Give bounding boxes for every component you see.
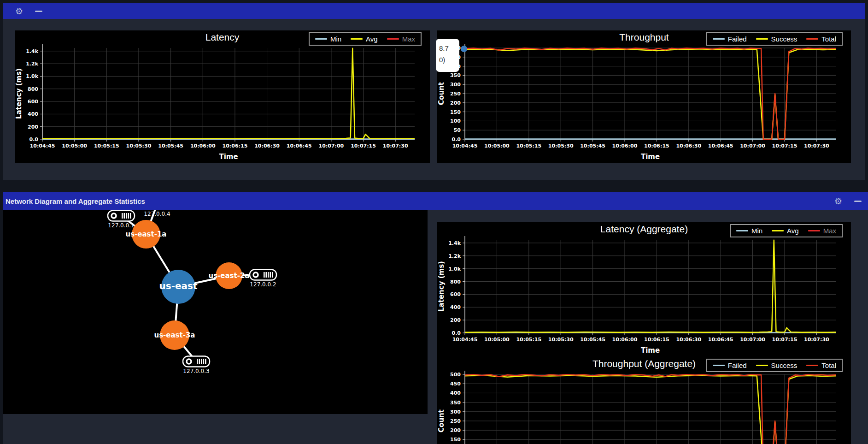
network-diagram-canvas: 127.0.0.1127.0.0.4127.0.0.2127.0.0.3us-e… <box>3 192 428 414</box>
svg-text:1.2k: 1.2k <box>448 253 461 259</box>
legend-item-failed[interactable]: Failed <box>713 35 747 43</box>
svg-text:250: 250 <box>450 91 461 97</box>
svg-text:10:07:30: 10:07:30 <box>383 143 408 149</box>
svg-text:10:07:00: 10:07:00 <box>740 143 765 149</box>
legend-item-max[interactable]: Max <box>387 35 415 43</box>
svg-text:10:05:00: 10:05:00 <box>484 143 510 149</box>
svg-text:Count: Count <box>437 409 446 432</box>
metrics-panel-header: ⚙ <box>3 3 865 19</box>
legend-line-swatch <box>808 230 820 231</box>
legend-item-avg[interactable]: Avg <box>772 227 799 235</box>
svg-text:10:06:00: 10:06:00 <box>612 143 638 149</box>
legend-item-min[interactable]: Min <box>736 227 762 235</box>
minimize-icon[interactable] <box>35 11 42 12</box>
legend-label: Total <box>821 361 836 369</box>
metrics-panel: ⚙ Latency MinAvgMax 10:04:4510:05:0010:0… <box>3 3 865 180</box>
node-label: us-east-2a <box>208 272 249 280</box>
panel-title: Network Diagram and Aggregate Statistics <box>6 197 145 205</box>
legend-line-swatch <box>351 38 363 40</box>
network-panel: Network Diagram and Aggregate Statistics… <box>3 192 868 444</box>
svg-text:10:06:15: 10:06:15 <box>223 143 248 149</box>
diagram-node-us-east-2a[interactable]: us-east-2a <box>208 262 249 289</box>
node-label: us-east-1a <box>125 230 166 238</box>
legend-line-swatch <box>772 230 784 231</box>
diagram-node-us-east[interactable]: us-east <box>159 270 198 304</box>
legend-item-avg[interactable]: Avg <box>351 35 378 43</box>
svg-text:Time: Time <box>641 153 660 161</box>
svg-text:10:05:45: 10:05:45 <box>158 143 183 149</box>
tooltip-line: 8.7 <box>439 42 459 54</box>
chart-legend: FailedSuccessTotal <box>706 32 843 46</box>
svg-text:10:07:30: 10:07:30 <box>804 337 829 343</box>
network-panel-header: Network Diagram and Aggregate Statistics… <box>3 192 868 210</box>
svg-text:Latency (ms): Latency (ms) <box>437 261 446 312</box>
svg-text:10:06:45: 10:06:45 <box>708 337 733 343</box>
legend-item-success[interactable]: Success <box>756 35 798 43</box>
svg-text:10:05:30: 10:05:30 <box>126 143 152 149</box>
diagram-node-us-east-3a[interactable]: us-east-3a <box>154 320 195 350</box>
svg-text:200: 200 <box>450 427 461 433</box>
legend-label: Total <box>821 35 836 43</box>
gear-icon[interactable]: ⚙ <box>834 197 842 206</box>
legend-line-swatch <box>756 365 768 366</box>
server-icon[interactable]: 127.0.0.1 <box>108 211 135 229</box>
svg-text:10:06:15: 10:06:15 <box>644 143 669 149</box>
svg-text:200: 200 <box>450 100 461 106</box>
legend-label: Failed <box>728 35 747 43</box>
svg-text:1.0k: 1.0k <box>26 73 38 79</box>
legend-line-swatch <box>387 38 399 40</box>
svg-text:10:05:30: 10:05:30 <box>548 337 574 343</box>
throughput-aggregate-chart-card: Throughput (Aggregate) FailedSuccessTota… <box>437 357 851 444</box>
svg-text:1.4k: 1.4k <box>26 48 38 54</box>
svg-text:350: 350 <box>450 72 461 78</box>
svg-text:10:06:45: 10:06:45 <box>287 143 312 149</box>
legend-item-total[interactable]: Total <box>806 35 836 43</box>
svg-text:10:05:15: 10:05:15 <box>94 143 119 149</box>
svg-text:10:07:00: 10:07:00 <box>740 337 765 343</box>
network-diagram[interactable]: 127.0.0.1127.0.0.4127.0.0.2127.0.0.3us-e… <box>3 192 428 414</box>
svg-text:400: 400 <box>450 304 461 310</box>
legend-label: Min <box>330 35 341 43</box>
server-icon[interactable]: 127.0.0.2 <box>250 270 276 288</box>
legend-item-min[interactable]: Min <box>315 35 341 43</box>
chart-legend: FailedSuccessTotal <box>706 359 843 372</box>
svg-text:10:05:15: 10:05:15 <box>516 337 541 343</box>
data-point-marker[interactable] <box>461 46 467 52</box>
svg-text:10:05:15: 10:05:15 <box>516 143 541 149</box>
svg-text:10:06:45: 10:06:45 <box>708 143 733 149</box>
latency-aggregate-chart-canvas[interactable]: 10:04:4510:05:0010:05:1510:05:3010:05:45… <box>437 222 851 357</box>
svg-text:10:06:00: 10:06:00 <box>190 143 216 149</box>
legend-line-swatch <box>713 38 725 40</box>
svg-text:200: 200 <box>28 124 38 130</box>
legend-item-success[interactable]: Success <box>756 361 798 369</box>
legend-label: Min <box>751 227 762 235</box>
legend-item-total[interactable]: Total <box>806 361 836 369</box>
server-icon[interactable]: 127.0.0.3 <box>183 356 210 375</box>
throughput-chart-canvas[interactable]: 10:04:4510:05:0010:05:1510:05:3010:05:45… <box>437 30 851 163</box>
gear-icon[interactable]: ⚙ <box>15 7 23 16</box>
chart-legend: MinAvgMax <box>730 224 843 237</box>
legend-item-failed[interactable]: Failed <box>713 361 747 369</box>
chart-legend: MinAvgMax <box>309 32 422 46</box>
legend-item-max[interactable]: Max <box>808 227 836 235</box>
svg-text:10:07:15: 10:07:15 <box>772 337 798 343</box>
svg-text:350: 350 <box>450 400 461 406</box>
svg-text:10:06:00: 10:06:00 <box>612 337 638 343</box>
svg-text:Latency (ms): Latency (ms) <box>15 68 23 119</box>
svg-text:10:04:45: 10:04:45 <box>30 143 55 149</box>
node-label: us-east-3a <box>154 331 195 339</box>
svg-text:10:05:30: 10:05:30 <box>548 143 574 149</box>
latency-chart-canvas[interactable]: 10:04:4510:05:0010:05:1510:05:3010:05:45… <box>15 30 430 163</box>
svg-text:Time: Time <box>219 153 238 161</box>
legend-line-swatch <box>806 38 818 40</box>
svg-text:1.0k: 1.0k <box>448 266 461 272</box>
svg-text:10:04:45: 10:04:45 <box>452 143 478 149</box>
legend-line-swatch <box>756 38 768 40</box>
chart-tooltip: 8.7 0) <box>436 39 459 72</box>
svg-text:150: 150 <box>450 109 461 115</box>
svg-text:800: 800 <box>450 279 461 285</box>
legend-line-swatch <box>713 365 725 366</box>
throughput-chart-card: Throughput FailedSuccessTotal 10:04:4510… <box>437 30 851 163</box>
minimize-icon[interactable] <box>854 201 862 202</box>
legend-label: Avg <box>787 227 799 235</box>
